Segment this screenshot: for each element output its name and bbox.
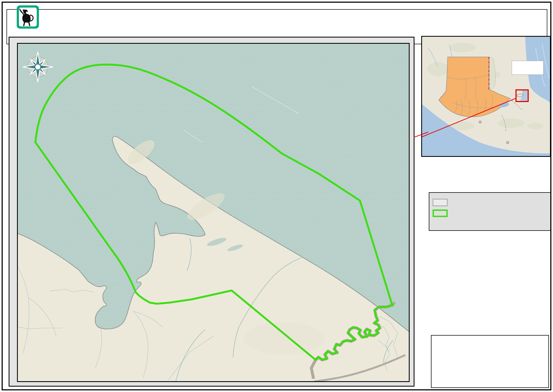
map-svg [18,44,409,381]
territorial-dispute-callout [512,61,544,75]
conap-logo-icon [17,5,39,29]
legend-item-area [433,209,547,217]
map-frame [9,37,414,387]
legend [429,192,551,231]
conap-logo [10,5,45,30]
map-document-page [0,0,553,392]
inset-guatemala-city-dot [479,121,481,123]
leader-line [414,132,428,137]
inset-svg [422,37,551,157]
monkey-icon [17,5,39,29]
inset-map [421,36,551,157]
inset-san-salvador-dot [507,141,509,144]
protected-area-swatch [433,209,448,217]
map-canvas [17,43,410,382]
leader-line-stub [413,130,429,140]
legend-item-limite [433,199,547,206]
credits-box [431,335,549,388]
departmental-limit-swatch [433,199,448,206]
compass-hub [35,64,41,70]
